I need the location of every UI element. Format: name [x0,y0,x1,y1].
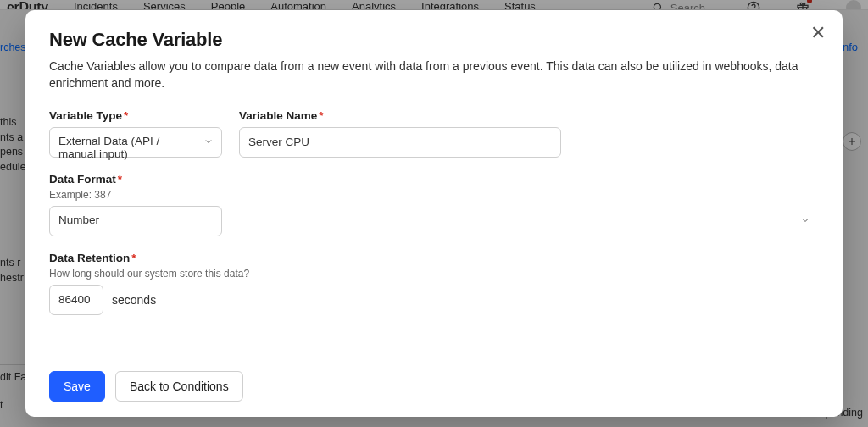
chevron-down-icon [800,214,810,229]
retention-unit: seconds [112,293,156,307]
variable-name-input[interactable] [239,127,561,158]
close-icon: ✕ [810,22,826,43]
modal-description: Cache Variables allow you to compare dat… [49,58,819,92]
modal-title: New Cache Variable [49,29,819,51]
back-to-conditions-button[interactable]: Back to Conditions [115,371,243,402]
save-button[interactable]: Save [49,371,105,402]
data-retention-label: Data Retention* [49,252,819,264]
modal-footer: Save Back to Conditions [49,371,819,402]
variable-type-select[interactable]: External Data (API / manual input) [49,127,222,158]
data-format-label: Data Format* [49,173,819,186]
data-format-select[interactable]: Number [49,206,222,236]
close-button[interactable]: ✕ [810,24,826,42]
new-cache-variable-modal: ✕ New Cache Variable Cache Variables all… [25,10,843,417]
variable-name-label: Variable Name* [239,109,561,122]
data-retention-input[interactable] [49,285,103,315]
variable-type-label: Variable Type* [49,109,222,122]
data-retention-hint: How long should our system store this da… [49,268,819,280]
data-format-hint: Example: 387 [49,189,819,201]
